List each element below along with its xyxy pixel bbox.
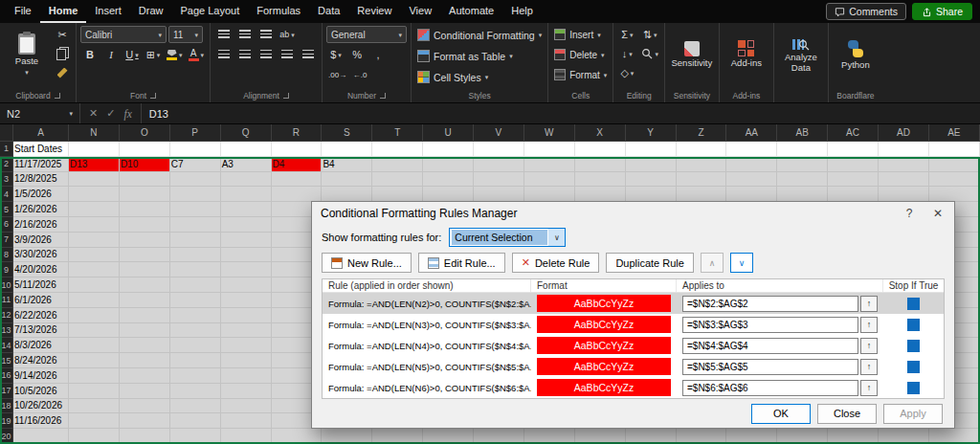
row-header-15[interactable]: 15 — [0, 353, 13, 368]
apply-button[interactable]: Apply — [883, 404, 943, 424]
cell-R20[interactable] — [272, 429, 323, 444]
cell-A9[interactable]: 4/20/2026 — [13, 262, 69, 278]
cell-X3[interactable] — [575, 172, 626, 188]
cell-X20[interactable] — [575, 429, 626, 444]
align-center-button[interactable] — [235, 46, 255, 63]
percent-style-button[interactable]: % — [347, 46, 367, 63]
menu-tab-review[interactable]: Review — [348, 0, 400, 23]
cell-A14[interactable]: 8/3/2026 — [13, 338, 69, 353]
row-header-16[interactable]: 16 — [0, 368, 13, 384]
cell-N16[interactable] — [69, 368, 120, 384]
stop-if-true-checkbox[interactable] — [907, 319, 920, 331]
cell-N13[interactable] — [69, 323, 120, 339]
menu-tab-insert[interactable]: Insert — [86, 0, 130, 23]
decrease-indent-button[interactable] — [278, 46, 297, 63]
cell-Q7[interactable] — [221, 233, 272, 248]
cell-Q12[interactable] — [221, 308, 272, 323]
row-header-13[interactable]: 13 — [0, 323, 13, 339]
cell-N6[interactable] — [69, 217, 120, 233]
cell-W20[interactable] — [524, 429, 575, 444]
column-header-W[interactable]: W — [524, 124, 575, 141]
rule-row[interactable]: Formula: =AND(LEN(N5)>0, COUNTIFS($N$5:$… — [323, 356, 944, 377]
cell-U2[interactable] — [423, 157, 474, 172]
insert-cells-button[interactable]: Insert ▾ — [552, 26, 603, 43]
applies-to-input[interactable]: =$N$6:$AG$6 — [682, 380, 858, 396]
cell-W1[interactable] — [524, 142, 575, 157]
cell-O3[interactable] — [120, 172, 170, 188]
collapse-dialog-button[interactable]: ↑ — [860, 338, 878, 354]
cell-P8[interactable] — [170, 248, 221, 263]
cell-P19[interactable] — [170, 413, 221, 429]
dialog-launcher-icon[interactable] — [55, 93, 60, 99]
wrap-text-button[interactable] — [299, 46, 318, 63]
cell-O13[interactable] — [120, 323, 170, 339]
cell-O10[interactable] — [120, 278, 170, 293]
rule-row[interactable]: Formula: =AND(LEN(N2)>0, COUNTIFS($N$2:$… — [323, 293, 944, 314]
cell-AC20[interactable] — [828, 429, 879, 444]
cell-W2[interactable] — [524, 157, 575, 172]
analyze-data-button[interactable]: Analyze Data — [778, 26, 824, 83]
row-header-3[interactable]: 3 — [0, 172, 13, 188]
column-header-A[interactable]: A — [13, 124, 69, 141]
cell-AA4[interactable] — [726, 187, 777, 202]
cell-A12[interactable]: 6/22/2026 — [13, 308, 69, 323]
cell-V3[interactable] — [474, 172, 524, 188]
italic-button[interactable]: I — [101, 46, 121, 63]
cell-O12[interactable] — [120, 308, 170, 323]
collapse-dialog-button[interactable]: ↑ — [860, 359, 878, 375]
applies-to-input[interactable]: =$N$3:$AG$3 — [682, 317, 858, 333]
cell-Q18[interactable] — [221, 399, 272, 414]
cell-N7[interactable] — [69, 233, 120, 248]
decrease-decimal-button[interactable]: ←.0 — [350, 66, 369, 83]
cell-V4[interactable] — [474, 187, 524, 202]
cell-O4[interactable] — [120, 187, 170, 202]
cell-P11[interactable] — [170, 293, 221, 308]
column-header-X[interactable]: X — [575, 124, 626, 141]
cell-N12[interactable] — [69, 308, 120, 323]
cell-O8[interactable] — [120, 248, 170, 263]
cell-N1[interactable] — [69, 142, 120, 157]
cell-A2[interactable]: 11/17/2025 — [13, 157, 69, 172]
collapse-dialog-button[interactable]: ↑ — [860, 296, 878, 312]
python-button[interactable]: Python — [833, 26, 879, 83]
cell-N9[interactable] — [69, 262, 120, 278]
cell-N2[interactable]: D13 — [69, 157, 120, 172]
cell-AD3[interactable] — [879, 172, 929, 188]
cell-W3[interactable] — [524, 172, 575, 188]
cell-Q4[interactable] — [221, 187, 272, 202]
row-header-20[interactable]: 20 — [0, 429, 13, 444]
dialog-close-button[interactable]: ✕ — [924, 202, 952, 225]
cell-Q16[interactable] — [221, 368, 272, 384]
cell-N14[interactable] — [69, 338, 120, 353]
align-top-button[interactable] — [214, 26, 234, 43]
menu-tab-view[interactable]: View — [400, 0, 440, 23]
applies-to-input[interactable]: =$N$5:$AG$5 — [682, 359, 858, 375]
cell-Q1[interactable] — [221, 142, 272, 157]
column-header-P[interactable]: P — [170, 124, 221, 141]
applies-to-input[interactable]: =$N$4:$AG$4 — [682, 338, 858, 354]
cell-S3[interactable] — [322, 172, 372, 188]
cell-AE1[interactable] — [929, 142, 980, 157]
row-header-1[interactable]: 1 — [0, 142, 13, 157]
cell-Y3[interactable] — [626, 172, 677, 188]
cell-Q10[interactable] — [221, 278, 272, 293]
cell-Y4[interactable] — [626, 187, 677, 202]
row-header-19[interactable]: 19 — [0, 413, 13, 429]
cell-Z1[interactable] — [677, 142, 727, 157]
cell-Q11[interactable] — [221, 293, 272, 308]
copy-button[interactable] — [53, 45, 72, 62]
column-header-S[interactable]: S — [322, 124, 372, 141]
cell-U3[interactable] — [423, 172, 474, 188]
dialog-help-button[interactable]: ? — [895, 202, 924, 225]
cell-Q15[interactable] — [221, 353, 272, 368]
cell-Y2[interactable] — [626, 157, 677, 172]
cell-O16[interactable] — [120, 368, 170, 384]
number-format-combo[interactable]: General▾ — [326, 26, 407, 43]
column-header-Z[interactable]: Z — [677, 124, 727, 141]
cell-P10[interactable] — [170, 278, 221, 293]
cell-P3[interactable] — [170, 172, 221, 188]
cell-N19[interactable] — [69, 413, 120, 429]
cell-P1[interactable] — [170, 142, 221, 157]
move-rule-down-button[interactable]: ∨ — [730, 253, 753, 273]
menu-tab-page-layout[interactable]: Page Layout — [171, 0, 248, 23]
